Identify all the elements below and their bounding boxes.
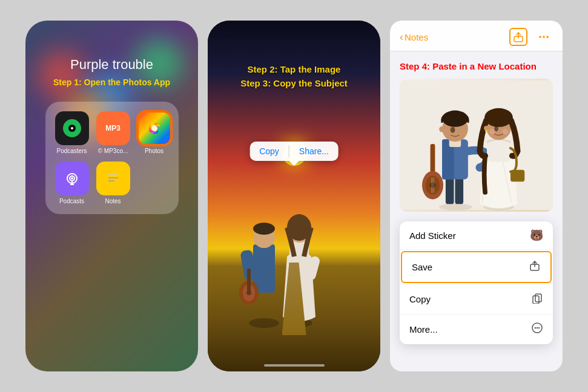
context-menu: Add Sticker 🐻 Save Copy — [400, 221, 553, 344]
svg-rect-43 — [400, 80, 553, 210]
svg-rect-76 — [533, 296, 539, 304]
notes-app-label: Notes — [105, 198, 121, 204]
couple-subject-svg — [400, 79, 553, 212]
svg-point-41 — [543, 36, 545, 38]
svg-point-15 — [151, 125, 157, 131]
svg-point-67 — [485, 130, 487, 132]
svg-point-65 — [484, 108, 513, 127]
svg-point-69 — [451, 127, 455, 133]
context-menu-add-sticker[interactable]: Add Sticker 🐻 — [400, 221, 553, 250]
photos-icon — [137, 111, 171, 145]
svg-rect-75 — [535, 294, 541, 302]
save-label: Save — [412, 262, 432, 272]
svg-point-79 — [537, 327, 538, 328]
app-notes[interactable]: Notes — [96, 162, 130, 204]
svg-point-66 — [484, 126, 489, 131]
panel1-content: Purple trouble Step 1: Open the Photos A… — [25, 21, 198, 371]
svg-rect-20 — [104, 169, 123, 188]
svg-point-44 — [439, 203, 472, 211]
notes-header-icons — [509, 28, 553, 46]
svg-point-80 — [538, 327, 540, 328]
svg-point-24 — [249, 318, 279, 328]
step1-label: Step 1: Open the Photos App — [53, 77, 170, 87]
step4-label: Step 4: Paste in a New Location — [400, 61, 553, 71]
copy-icon — [531, 292, 543, 307]
svg-point-78 — [535, 327, 536, 328]
share-button[interactable]: Share... — [289, 142, 339, 161]
svg-point-17 — [71, 177, 73, 180]
context-menu-copy[interactable]: Copy — [400, 284, 553, 315]
step2-3-overlay: Step 2: Tap the Image Step 3: Copy the S… — [208, 63, 380, 90]
notes-header: ‹ Notes — [390, 21, 563, 51]
panel3-notes-app: ‹ Notes Step 4: Paste in a New Loca — [390, 21, 563, 371]
app-folder: Podcasters MP3 © MP3co... — [45, 102, 179, 214]
context-menu-more[interactable]: More... — [400, 315, 553, 344]
mp3co-label: © MP3co... — [98, 148, 128, 154]
svg-point-2 — [71, 127, 73, 129]
svg-rect-32 — [247, 269, 251, 293]
notes-body: Step 4: Paste in a New Location — [390, 51, 563, 371]
sticker-icon: 🐻 — [530, 229, 543, 242]
svg-point-51 — [442, 111, 468, 127]
step2-label: Step 2: Tap the Image — [208, 63, 380, 77]
photos-label: Photos — [145, 148, 164, 154]
device-title: Purple trouble — [70, 57, 153, 73]
couple-illustration — [222, 148, 343, 329]
share-icon — [513, 31, 524, 42]
svg-point-40 — [539, 36, 541, 38]
svg-rect-68 — [510, 170, 524, 181]
notes-back-label: Notes — [405, 32, 428, 42]
app-podcasters[interactable]: Podcasters — [55, 111, 89, 154]
svg-point-72 — [502, 129, 508, 135]
more-icon — [531, 322, 543, 337]
more-icon-button[interactable] — [535, 28, 553, 46]
ellipsis-icon — [538, 31, 550, 43]
podcasters-icon — [55, 111, 89, 145]
svg-point-52 — [439, 126, 445, 132]
notes-back-button[interactable]: ‹ Notes — [400, 31, 428, 44]
app-podcasts[interactable]: Podcasts — [55, 162, 89, 204]
svg-point-42 — [546, 36, 549, 38]
podcasts-icon — [55, 162, 89, 195]
share-icon-button[interactable] — [509, 28, 527, 46]
add-sticker-label: Add Sticker — [409, 230, 456, 241]
panel1-iphone-home: Purple trouble Step 1: Open the Photos A… — [25, 21, 198, 371]
save-icon — [529, 260, 541, 275]
app-mp3co[interactable]: MP3 © MP3co... — [96, 111, 130, 154]
app-row-2: Podcasts Notes — [55, 162, 169, 204]
copy-label: Copy — [409, 294, 431, 304]
svg-point-27 — [253, 223, 275, 235]
more-label: More... — [409, 324, 438, 335]
notes-pasted-photo — [400, 79, 553, 212]
podcasts-label: Podcasts — [59, 198, 84, 204]
svg-point-71 — [489, 129, 495, 135]
mp3co-icon: MP3 — [96, 111, 130, 145]
notes-icon — [96, 162, 130, 195]
context-menu-save[interactable]: Save — [401, 251, 552, 283]
podcasters-label: Podcasters — [56, 148, 87, 154]
step3-label: Step 3: Copy the Subject — [208, 77, 380, 91]
home-indicator — [264, 364, 325, 367]
copy-button[interactable]: Copy — [249, 142, 289, 161]
app-row-1: Podcasters MP3 © MP3co... — [55, 111, 169, 154]
panel2-photos-fullscreen: Step 2: Tap the Image Step 3: Copy the S… — [208, 21, 380, 371]
copy-share-popup: Copy Share... — [249, 142, 339, 161]
app-photos[interactable]: Photos — [137, 111, 171, 154]
back-chevron-icon: ‹ — [400, 31, 403, 44]
